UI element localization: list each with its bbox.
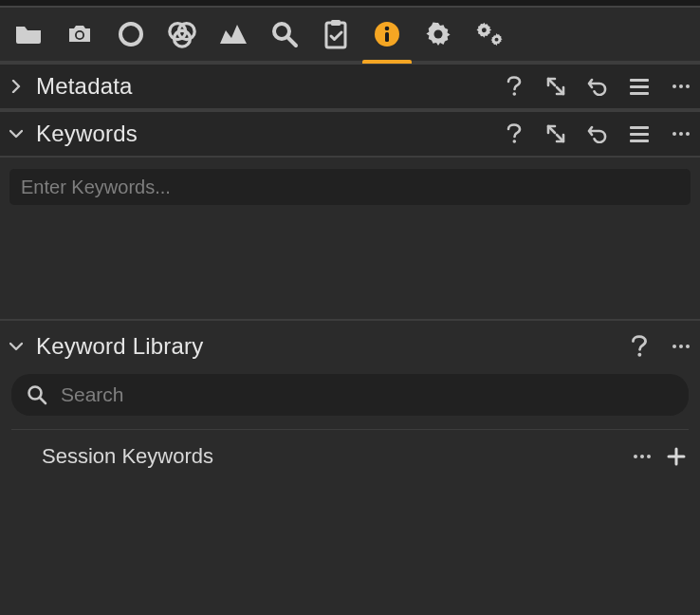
divider — [11, 429, 689, 430]
keyword-library-search-input[interactable] — [61, 383, 673, 406]
gear-icon[interactable] — [423, 19, 453, 49]
svg-point-13 — [434, 30, 443, 39]
svg-point-16 — [513, 92, 517, 96]
plus-icon[interactable] — [664, 444, 689, 469]
session-keywords-row[interactable]: Session Keywords — [0, 434, 700, 479]
help-icon[interactable] — [503, 75, 525, 98]
help-icon[interactable] — [628, 335, 651, 358]
keywords-body — [0, 158, 700, 319]
info-icon[interactable] — [372, 19, 402, 49]
svg-rect-9 — [331, 20, 341, 26]
keyword-library-header[interactable]: Keyword Library — [0, 321, 700, 372]
svg-rect-12 — [385, 32, 389, 42]
hamburger-icon[interactable] — [628, 75, 651, 98]
keywords-title: Keywords — [36, 121, 138, 147]
histogram-icon[interactable] — [218, 19, 249, 49]
svg-point-14 — [482, 28, 487, 32]
magnifier-icon[interactable] — [269, 19, 300, 49]
tool-tabs-toolbar — [0, 8, 700, 63]
svg-point-1 — [77, 32, 83, 38]
keywords-panel: Keywords — [0, 110, 700, 319]
svg-rect-8 — [326, 23, 345, 47]
metadata-title: Metadata — [36, 73, 133, 100]
circle-icon[interactable] — [116, 19, 146, 49]
color-profile-icon[interactable] — [167, 19, 197, 49]
svg-point-15 — [495, 38, 499, 42]
svg-point-18 — [637, 353, 641, 357]
metadata-panel: Metadata — [0, 63, 700, 110]
more-icon[interactable] — [670, 75, 692, 98]
keyword-library-panel: Keyword Library Session Keywords — [0, 319, 700, 479]
help-icon[interactable] — [503, 122, 525, 145]
svg-point-17 — [513, 140, 517, 143]
svg-point-11 — [385, 27, 390, 31]
metadata-panel-header[interactable]: Metadata — [0, 65, 700, 110]
more-icon[interactable] — [670, 335, 692, 358]
keyword-library-title: Keyword Library — [36, 333, 203, 360]
keyword-library-search[interactable] — [11, 374, 689, 416]
keywords-panel-header[interactable]: Keywords — [0, 112, 700, 158]
gears-icon[interactable] — [474, 19, 505, 49]
svg-line-7 — [287, 37, 296, 46]
chevron-down-icon[interactable] — [8, 125, 25, 142]
expand-icon[interactable] — [544, 75, 567, 98]
reset-icon[interactable] — [586, 75, 609, 98]
keywords-input[interactable] — [9, 169, 691, 205]
clipboard-check-icon[interactable] — [321, 19, 351, 49]
chevron-down-icon[interactable] — [8, 338, 25, 355]
folder-icon[interactable] — [13, 19, 44, 49]
svg-point-2 — [120, 24, 141, 45]
top-app-edge — [0, 0, 700, 8]
svg-line-20 — [40, 398, 46, 403]
session-keywords-label: Session Keywords — [42, 444, 213, 469]
more-icon[interactable] — [670, 122, 692, 145]
camera-icon[interactable] — [64, 19, 95, 49]
chevron-right-icon[interactable] — [8, 78, 25, 95]
search-icon — [27, 384, 47, 405]
hamburger-icon[interactable] — [628, 122, 651, 145]
more-icon[interactable] — [630, 444, 654, 469]
expand-icon[interactable] — [544, 122, 567, 145]
reset-icon[interactable] — [586, 122, 609, 145]
